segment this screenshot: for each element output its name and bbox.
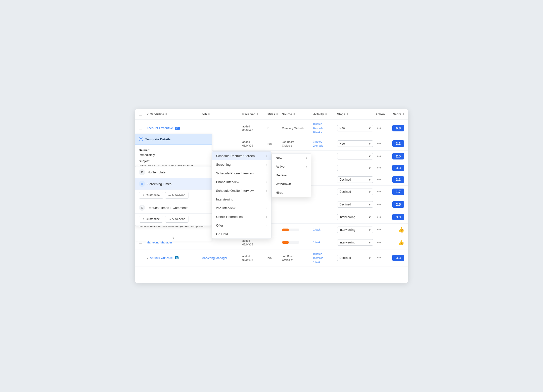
row-checkbox[interactable] xyxy=(139,256,142,259)
dropdown-item-2nd-interview[interactable]: 2nd Interview › xyxy=(212,204,271,212)
sort-score-icon[interactable]: ⬍ xyxy=(402,113,404,116)
sub-item-label: Withdrawn xyxy=(276,182,291,186)
dropdown-item-schedule-phone[interactable]: Schedule Phone Interview › xyxy=(212,169,271,178)
emails-link[interactable]: 0 emails xyxy=(313,256,337,260)
autosend-label-2: Auto-send xyxy=(172,217,185,221)
stage-select[interactable]: Declined ∨ xyxy=(337,255,373,261)
action-label: Action xyxy=(375,113,385,116)
stage-select[interactable]: New ∨ xyxy=(337,125,373,131)
dropdown-item-label: On Hold xyxy=(216,232,228,236)
notes-link[interactable]: 3 notes xyxy=(313,140,337,144)
col-header-activity[interactable]: Activity ⬍ xyxy=(313,113,337,116)
sub-item-hired[interactable]: Hired xyxy=(272,188,311,197)
stage-select[interactable]: Declined ∨ xyxy=(337,189,373,195)
stage-select[interactable]: Interviewing ∨ xyxy=(337,239,373,246)
action-menu[interactable]: ••• xyxy=(375,227,383,232)
autosend-icon-2: ⇥ xyxy=(168,218,171,221)
col-header-candidate[interactable]: ∨ Candidate ⬍ xyxy=(146,113,202,116)
action-menu[interactable]: ••• xyxy=(375,202,383,207)
col-header-score[interactable]: Score ⬍ xyxy=(390,113,404,116)
chevron-icon: ∨ xyxy=(146,113,149,116)
stage-select[interactable]: Declined ∨ xyxy=(337,201,373,208)
customize-button-2[interactable]: ↗ Customize xyxy=(139,216,163,223)
action-menu[interactable]: ••• xyxy=(375,255,383,260)
job-label: Job xyxy=(202,113,207,116)
tasks-link[interactable]: 1 task xyxy=(313,240,337,244)
no-template-item[interactable]: ⊘ No Template xyxy=(135,166,212,178)
miles-value: 3 xyxy=(268,126,269,130)
sub-item-withdrawn[interactable]: Withdrawn xyxy=(272,180,311,188)
customize-button[interactable]: ↗ Customize xyxy=(139,192,163,199)
activity-links: 1 task xyxy=(313,228,337,232)
sub-item-active[interactable]: Active › xyxy=(272,162,311,171)
sub-item-new[interactable]: New › xyxy=(272,154,311,162)
autosend-button-2[interactable]: ⇥ Auto-send xyxy=(165,216,189,223)
action-menu[interactable]: ••• xyxy=(375,240,383,245)
score-badge: 6.0 xyxy=(392,125,404,131)
action-menu[interactable]: ••• xyxy=(375,214,383,220)
sort-miles-icon[interactable]: ⬍ xyxy=(276,113,278,116)
stage-select[interactable]: Interviewing ∨ xyxy=(337,227,373,233)
header-checkbox[interactable] xyxy=(139,112,142,116)
dropdown-item-label: Phone Interview xyxy=(216,180,239,184)
sort-received-icon[interactable]: ⬍ xyxy=(256,113,258,116)
sort-job-icon[interactable]: ⬍ xyxy=(208,113,210,116)
tasks-link[interactable]: 1 task xyxy=(313,228,337,232)
tasks-link[interactable]: 0 tasks xyxy=(313,130,337,134)
notes-link[interactable]: 0 notes xyxy=(313,252,337,256)
action-menu[interactable]: ••• xyxy=(375,165,383,170)
autosend-icon: ⇥ xyxy=(168,194,171,197)
thumbs-up-icon: 👍 xyxy=(398,227,404,233)
stage-dropdown: Schedule Recruiter Screen › Screening › … xyxy=(212,151,272,239)
stage-select[interactable]: Declined ∨ xyxy=(337,176,373,183)
dropdown-item-interviewing[interactable]: Interviewing › xyxy=(212,195,271,204)
autosend-button[interactable]: ⇥ Auto-send xyxy=(165,192,189,199)
dropdown-item-label: Interviewing xyxy=(216,197,233,201)
dropdown-item-phone-interview[interactable]: Phone Interview › xyxy=(212,178,271,186)
row-checkbox[interactable] xyxy=(139,126,142,129)
col-header-job[interactable]: Job ⬍ xyxy=(202,113,242,116)
dropdown-item-offer[interactable]: Offer › xyxy=(212,221,271,230)
stage-value: Interviewing xyxy=(339,241,355,244)
stage-select[interactable]: Interviewing ∨ xyxy=(337,214,373,220)
col-header-miles[interactable]: Miles ⬍ xyxy=(268,113,282,116)
dropdown-item-check-references[interactable]: Check References › xyxy=(212,212,271,221)
dropdown-item-schedule-recruiter[interactable]: Schedule Recruiter Screen › xyxy=(212,152,271,160)
dropdown-item-label: Schedule Recruiter Screen xyxy=(216,154,255,158)
action-menu[interactable]: ••• xyxy=(375,125,383,131)
screening-times-item[interactable]: ✉ Screening Times xyxy=(135,178,212,190)
col-header-source[interactable]: Source ⬍ xyxy=(282,113,313,116)
dropdown-item-schedule-onsite[interactable]: Schedule Onsite Interview › xyxy=(212,186,271,195)
job-link[interactable]: Marketing Manager xyxy=(202,256,227,260)
candidate-name[interactable]: Account Executive xyxy=(146,126,173,130)
emails-link[interactable]: 2 emails xyxy=(313,144,337,148)
request-times-item[interactable]: ⚙ Request Times + Comments xyxy=(135,202,212,214)
activity-links: 1 task xyxy=(313,240,337,244)
col-header-received[interactable]: Received ⬍ xyxy=(242,113,268,116)
action-menu[interactable]: ••• xyxy=(375,189,383,194)
notes-link[interactable]: 0 notes xyxy=(313,122,337,126)
external-link-icon: ↗ xyxy=(142,194,144,197)
sort-source-icon[interactable]: ⬍ xyxy=(293,113,295,116)
action-menu[interactable]: ••• xyxy=(375,141,383,146)
tasks-link[interactable]: 1 task xyxy=(313,260,337,264)
chevron-down-icon: ∨ xyxy=(369,215,371,219)
expand-chevron[interactable]: ∨ xyxy=(135,234,212,241)
col-header-stage[interactable]: Stage ⬍ xyxy=(337,113,375,116)
stage-select[interactable]: New ∨ xyxy=(337,140,373,147)
emails-link[interactable]: 0 emails xyxy=(313,126,337,130)
action-menu[interactable]: ••• xyxy=(375,177,383,182)
dropdown-item-screening[interactable]: Screening › xyxy=(212,160,271,169)
dropdown-item-on-hold[interactable]: On Hold xyxy=(212,230,271,238)
table-header: ∨ Candidate ⬍ Job ⬍ Received ⬍ Miles ⬍ S… xyxy=(135,109,408,119)
stage-label: Stage xyxy=(337,113,345,116)
sort-stage-icon[interactable]: ⬍ xyxy=(346,113,348,116)
candidate-name[interactable]: Antonio Gonzales xyxy=(150,256,174,260)
stage-select[interactable]: ∨ xyxy=(337,165,373,171)
sort-activity-icon[interactable]: ⬍ xyxy=(325,113,327,116)
action-menu[interactable]: ••• xyxy=(375,154,383,159)
sub-item-declined[interactable]: Declined xyxy=(272,171,311,180)
sort-candidate-icon[interactable]: ⬍ xyxy=(165,113,167,116)
col-header-action: Action xyxy=(375,113,390,116)
stage-select[interactable]: ∨ xyxy=(337,153,373,159)
